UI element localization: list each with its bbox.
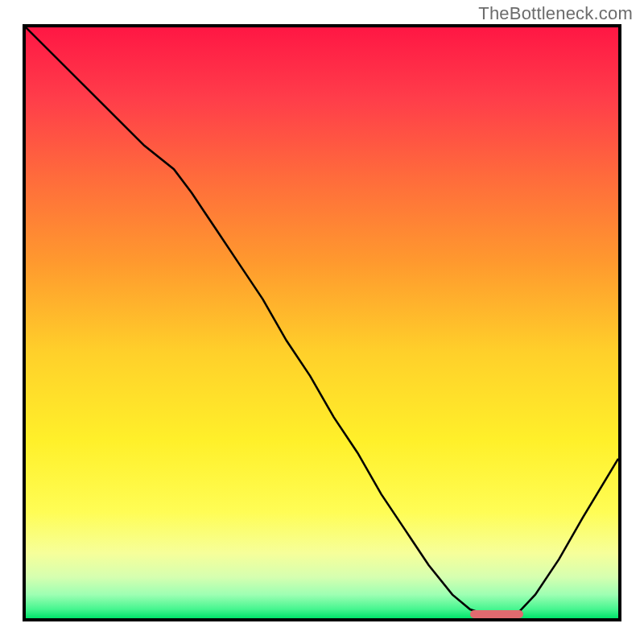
bottleneck-curve [26,27,618,618]
plot-area [23,24,621,621]
optimal-range-marker [470,610,523,618]
curve-path [26,27,618,615]
chart-container: TheBottleneck.com [0,0,644,644]
watermark-text: TheBottleneck.com [478,3,633,24]
